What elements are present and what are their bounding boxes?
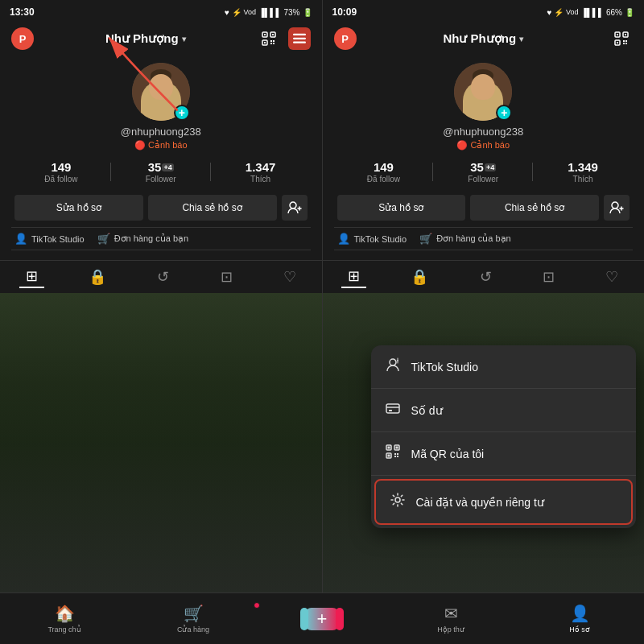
balance-label: Số dư bbox=[411, 404, 443, 417]
tab-repost-left[interactable]: ↺ bbox=[151, 266, 175, 288]
avatar-add-icon[interactable]: + bbox=[174, 105, 190, 121]
svg-rect-53 bbox=[395, 447, 398, 449]
qr-icon-btn-right[interactable] bbox=[610, 27, 633, 50]
balance-icon bbox=[384, 400, 402, 420]
stat-likes[interactable]: 1.347 Thích bbox=[211, 157, 311, 187]
top-nav-right: P Như Phượng ▾ bbox=[323, 23, 645, 55]
profile-icon-right[interactable]: P bbox=[334, 27, 357, 50]
hamburger-button[interactable] bbox=[288, 27, 311, 50]
svg-rect-4 bbox=[272, 34, 274, 35]
avatar-container-left: + bbox=[132, 63, 190, 121]
tab-liked-right[interactable]: ♡ bbox=[599, 266, 625, 288]
svg-rect-3 bbox=[264, 34, 266, 35]
screen-left: 13:30 ♥ ⚡ Vod ▐▌▌▌ 73% 🔋 P Như Phượng ▾ bbox=[0, 0, 323, 592]
warning-badge-left: 🔴 Cảnh báo bbox=[134, 140, 188, 151]
dropdown-tiktok-studio[interactable]: TikTok Studio bbox=[371, 345, 637, 389]
tab-videos-left[interactable]: ⊞ bbox=[19, 266, 44, 288]
svg-point-17 bbox=[151, 69, 171, 82]
action-buttons-right: Sửa hồ sơ Chia sẻ hồ sơ bbox=[334, 195, 634, 221]
add-friend-button-left[interactable] bbox=[282, 195, 308, 221]
svg-rect-54 bbox=[387, 455, 390, 457]
share-profile-button-right[interactable]: Chia sẻ hồ sơ bbox=[470, 195, 599, 221]
dropdown-menu: TikTok Studio Số dư bbox=[371, 345, 637, 528]
qr-icon-btn[interactable] bbox=[258, 27, 280, 50]
chevron-down-icon-right: ▾ bbox=[519, 35, 523, 43]
stat-following[interactable]: 149 Đã follow bbox=[11, 157, 111, 187]
svg-rect-32 bbox=[625, 43, 627, 44]
settings-label: Cài đặt và quyền riêng tư bbox=[416, 496, 544, 509]
orders-link-left[interactable]: 🛒 Đơn hàng của bạn bbox=[97, 233, 189, 245]
bottom-nav: 🏠 Trang chủ 🛒 Cửa hàng + ✉ Hộp thư 👤 Hồ … bbox=[0, 592, 644, 644]
svg-rect-26 bbox=[617, 34, 618, 35]
add-friend-button-right[interactable] bbox=[604, 195, 630, 221]
warning-badge-right: 🔴 Cảnh báo bbox=[456, 140, 510, 151]
dropdown-settings[interactable]: Cài đặt và quyền riêng tư bbox=[374, 479, 634, 525]
bottom-nav-home[interactable]: 🏠 Trang chủ bbox=[0, 604, 129, 634]
svg-point-37 bbox=[473, 69, 493, 82]
stat-followers-right[interactable]: 35 +4 Follower bbox=[433, 157, 533, 187]
svg-point-19 bbox=[290, 202, 296, 208]
username-nav-left[interactable]: Như Phượng ▾ bbox=[105, 31, 186, 46]
svg-rect-9 bbox=[273, 43, 275, 44]
shop-icon: 🛒 bbox=[184, 604, 204, 623]
tab-saved-left[interactable]: ⊡ bbox=[214, 266, 239, 288]
studio-icon-left: 👤 bbox=[14, 233, 27, 245]
bottom-nav-shop[interactable]: 🛒 Cửa hàng bbox=[129, 604, 258, 634]
svg-rect-10 bbox=[293, 34, 306, 35]
studio-menu-icon bbox=[384, 357, 402, 377]
dropdown-balance[interactable]: Số dư bbox=[371, 389, 637, 432]
svg-rect-57 bbox=[394, 456, 396, 457]
svg-point-34 bbox=[473, 74, 493, 93]
status-bar-left: 13:30 ♥ ⚡ Vod ▐▌▌▌ 73% 🔋 bbox=[0, 0, 322, 23]
qr-icon bbox=[261, 31, 277, 47]
top-nav-left: P Như Phượng ▾ bbox=[0, 23, 322, 55]
stat-following-right[interactable]: 149 Đã follow bbox=[334, 157, 434, 187]
tab-liked-left[interactable]: ♡ bbox=[277, 266, 303, 288]
bottom-nav-create[interactable]: + bbox=[258, 608, 386, 630]
svg-point-39 bbox=[612, 202, 618, 208]
time-right: 10:09 bbox=[332, 6, 357, 18]
dropdown-qr[interactable]: Mã QR của tôi bbox=[371, 432, 637, 476]
content-area-left bbox=[0, 293, 322, 592]
add-friend-icon bbox=[287, 200, 302, 215]
nav-actions-right bbox=[610, 27, 633, 50]
cart-icon-right: 🛒 bbox=[419, 233, 432, 245]
svg-rect-56 bbox=[397, 453, 398, 455]
svg-rect-38 bbox=[473, 76, 476, 85]
edit-profile-button-left[interactable]: Sửa hồ sơ bbox=[14, 195, 143, 221]
tab-locked-right[interactable]: 🔒 bbox=[404, 266, 435, 288]
studio-menu-label: TikTok Studio bbox=[411, 361, 479, 374]
stat-likes-right[interactable]: 1.349 Thích bbox=[533, 157, 633, 187]
status-icons-right: ♥ ⚡ Vod ▐▌▌▌ 66% 🔋 bbox=[547, 8, 634, 17]
svg-rect-18 bbox=[151, 76, 154, 85]
svg-point-42 bbox=[390, 359, 396, 365]
tiktok-studio-link-left[interactable]: 👤 TikTok Studio bbox=[14, 233, 85, 245]
svg-rect-55 bbox=[394, 453, 396, 455]
bottom-nav-inbox[interactable]: ✉ Hộp thư bbox=[386, 604, 515, 634]
tiktok-studio-link-right[interactable]: 👤 TikTok Studio bbox=[337, 233, 407, 245]
username-nav-right[interactable]: Như Phượng ▾ bbox=[443, 31, 523, 46]
svg-rect-29 bbox=[623, 40, 625, 42]
avatar-add-icon-right[interactable]: + bbox=[496, 105, 512, 121]
tab-repost-right[interactable]: ↺ bbox=[473, 266, 498, 288]
tab-videos-right[interactable]: ⊞ bbox=[341, 266, 366, 288]
svg-point-35 bbox=[465, 95, 501, 121]
stats-row-right: 149 Đã follow 35 +4 Follower 1.349 Thích bbox=[334, 157, 634, 187]
orders-link-right[interactable]: 🛒 Đơn hàng của bạn bbox=[419, 233, 511, 245]
chevron-down-icon: ▾ bbox=[182, 35, 186, 43]
qr-menu-icon bbox=[384, 444, 402, 464]
tab-saved-right[interactable]: ⊡ bbox=[536, 266, 561, 288]
svg-rect-16 bbox=[150, 99, 172, 115]
bottom-nav-profile[interactable]: 👤 Hồ sơ bbox=[515, 604, 644, 634]
edit-profile-button-right[interactable]: Sửa hồ sơ bbox=[337, 195, 466, 221]
content-tabs-left: ⊞ 🔒 ↺ ⊡ ♡ bbox=[0, 260, 322, 293]
svg-point-14 bbox=[151, 74, 171, 93]
profile-icon-left[interactable]: P bbox=[11, 27, 34, 50]
svg-point-15 bbox=[143, 95, 179, 121]
create-button[interactable]: + bbox=[305, 608, 339, 630]
inbox-icon: ✉ bbox=[444, 604, 458, 623]
tab-locked-left[interactable]: 🔒 bbox=[82, 266, 113, 288]
stat-followers[interactable]: 35 +4 Follower bbox=[111, 157, 211, 187]
share-profile-button-left[interactable]: Chia sẻ hồ sơ bbox=[148, 195, 277, 221]
time-left: 13:30 bbox=[10, 6, 35, 18]
